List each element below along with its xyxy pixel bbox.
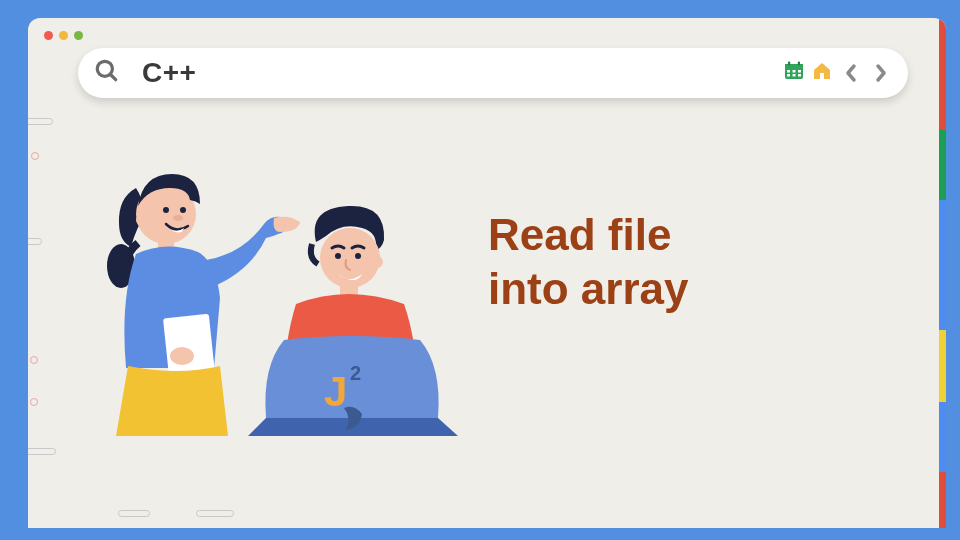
decorative-pill [28, 118, 53, 125]
search-input[interactable]: C++ [120, 57, 784, 89]
color-stripe [939, 130, 946, 200]
headline-line-2: into array [488, 262, 689, 316]
home-icon[interactable] [812, 61, 832, 85]
svg-rect-5 [793, 70, 796, 73]
svg-line-1 [110, 74, 115, 79]
page-title: Read file into array [488, 208, 689, 315]
search-icon[interactable] [94, 58, 120, 88]
decorative-circle [31, 152, 39, 160]
laptop-logo-letter: J [324, 368, 347, 415]
svg-rect-11 [798, 62, 800, 66]
svg-rect-9 [798, 74, 801, 77]
decorative-circle [30, 398, 38, 406]
chevron-left-icon[interactable] [840, 59, 862, 87]
color-stripe [939, 330, 946, 402]
toolbar-icons [784, 59, 892, 87]
svg-rect-3 [785, 64, 803, 68]
calendar-icon[interactable] [784, 61, 804, 85]
headline-line-1: Read file [488, 208, 689, 262]
svg-point-22 [371, 256, 383, 268]
decorative-pill [196, 510, 234, 517]
search-bar: C++ [78, 48, 908, 98]
svg-point-23 [335, 253, 341, 259]
svg-rect-4 [787, 70, 790, 73]
chevron-right-icon[interactable] [870, 59, 892, 87]
people-illustration: J 2 [88, 148, 458, 458]
svg-rect-6 [798, 70, 801, 73]
close-icon[interactable] [44, 31, 53, 40]
color-stripe [939, 200, 946, 330]
window-controls [44, 31, 83, 40]
color-stripe [939, 472, 946, 528]
svg-point-16 [180, 207, 186, 213]
color-stripe [939, 18, 946, 130]
svg-point-15 [163, 207, 169, 213]
decorative-circle [30, 356, 38, 364]
svg-point-17 [173, 215, 183, 221]
svg-rect-10 [788, 62, 790, 66]
decorative-pill [28, 448, 56, 455]
decorative-pill [28, 238, 42, 245]
svg-rect-19 [163, 314, 215, 378]
svg-rect-8 [793, 74, 796, 77]
decorative-pill [118, 510, 150, 517]
svg-point-14 [136, 214, 148, 226]
color-stripe [939, 402, 946, 472]
svg-point-20 [170, 347, 194, 365]
app-window: C++ [28, 18, 946, 528]
svg-point-24 [355, 253, 361, 259]
svg-rect-7 [787, 74, 790, 77]
laptop-logo-superscript: 2 [350, 362, 361, 384]
maximize-icon[interactable] [74, 31, 83, 40]
minimize-icon[interactable] [59, 31, 68, 40]
